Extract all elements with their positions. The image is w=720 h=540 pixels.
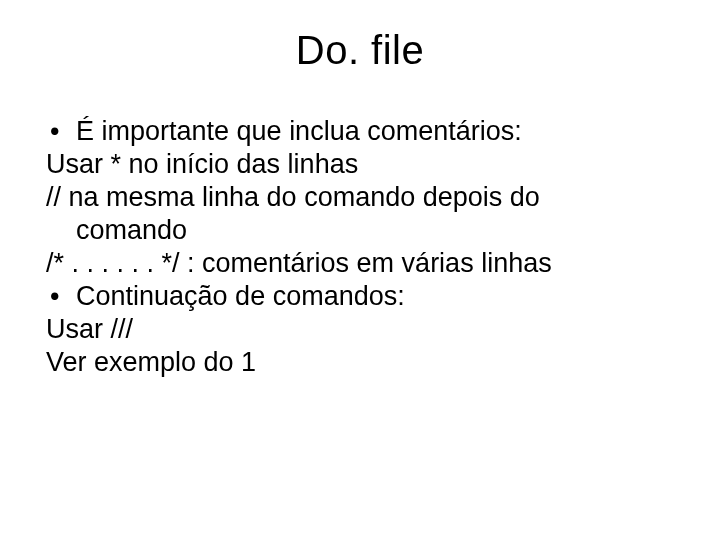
body-line: Usar * no início das linhas [46,148,674,181]
bullet-glyph: • [46,280,76,313]
slide-title: Do. file [46,28,674,73]
slide: Do. file • É importante que inclua comen… [0,0,720,540]
bullet-item: • É importante que inclua comentários: [46,115,674,148]
body-line: Ver exemplo do 1 [46,346,674,379]
body-line: Usar /// [46,313,674,346]
bullet-text: Continuação de comandos: [76,280,674,313]
bullet-glyph: • [46,115,76,148]
bullet-text: É importante que inclua comentários: [76,115,674,148]
body-line: /* . . . . . . */ : comentários em vária… [46,247,674,280]
bullet-item: • Continuação de comandos: [46,280,674,313]
body-line-continuation: comando [46,214,674,247]
slide-body: • É importante que inclua comentários: U… [46,115,674,379]
body-line: // na mesma linha do comando depois do [46,181,674,214]
